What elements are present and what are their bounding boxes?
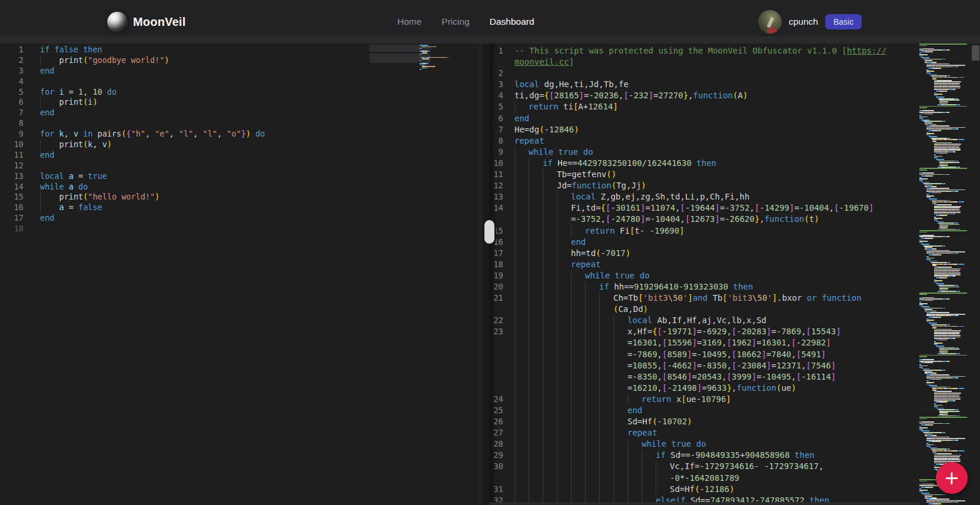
code-line[interactable]: 3local dg,He,ti,Jd,Tb,fe	[490, 79, 980, 90]
code-line[interactable]: moonveil.cc]	[490, 57, 980, 68]
line-number	[490, 57, 503, 68]
add-script-button[interactable]: +	[936, 462, 968, 494]
code-line[interactable]: =-8350,[8546]=20543,[3999]=-10495,[-1611…	[490, 371, 980, 383]
code-line-text: Sd=Hf(-12186)	[503, 484, 735, 495]
token	[78, 129, 83, 138]
code-line[interactable]: (Ca,Dd)	[490, 304, 980, 315]
nav-link-dashboard[interactable]: Dashboard	[490, 16, 534, 27]
code-line[interactable]: 1if false then	[0, 45, 478, 55]
code-line[interactable]: 17end	[0, 213, 478, 224]
code-line-text: end	[24, 150, 54, 161]
code-line[interactable]: =16210,[-21498]=9633},function(ue)	[490, 383, 980, 394]
code-line[interactable]: 25end	[490, 405, 980, 416]
minimap-line	[420, 65, 462, 66]
code-line[interactable]: 9for k, v in pairs({"h", "e", "l", "l", …	[0, 129, 478, 139]
code-line[interactable]: 2	[490, 68, 980, 79]
brand[interactable]: MoonVeil	[107, 0, 185, 44]
token: 3169	[702, 338, 722, 347]
token: =	[645, 203, 650, 212]
code-line[interactable]: 13local Z,gb,ej,zg,Sh,td,Li,p,Ch,Fi,hh	[490, 191, 980, 202]
minimap-line	[919, 67, 971, 68]
code-line[interactable]: 12Jd=function(Tg,Jj)	[490, 180, 980, 191]
code-line[interactable]: 7end	[0, 108, 478, 118]
code-line[interactable]: =-7869,[8589]=-10495,[18662]=7840,[5491]	[490, 349, 980, 360]
code-line[interactable]: 28while true do	[490, 438, 980, 450]
code-line[interactable]: 16a = false	[0, 202, 478, 213]
code-line[interactable]: 9while true do	[490, 147, 980, 158]
pane-divider[interactable]	[478, 44, 490, 505]
token: Ca,Dd	[618, 304, 643, 314]
code-line[interactable]: 20if hh==919296410-919323030 then	[490, 281, 980, 293]
code-line[interactable]: 15print("hello world!")	[0, 192, 478, 202]
code-line[interactable]: 23x,Hf={[-19771]=-6929,[-20283]=-7869,[1…	[490, 326, 980, 337]
code-line[interactable]: 11Tb=getfenv()	[490, 169, 980, 180]
indent-guide	[642, 450, 656, 461]
code-line[interactable]: =-3752,[-24780]=-10404,[12673]=-26620},f…	[490, 214, 980, 225]
split-drag-handle-icon[interactable]	[484, 220, 494, 244]
code-line[interactable]: 10print(k, v)	[0, 139, 478, 150]
code-line[interactable]: 18	[0, 224, 478, 234]
horizontal-scrollbar[interactable]	[490, 502, 919, 505]
code-line[interactable]: 10if He==4429783250100/162441630 then	[490, 158, 980, 169]
avatar[interactable]	[758, 10, 782, 34]
source-code-area[interactable]: 1if false then2print("goodbye world!")3e…	[0, 44, 478, 234]
code-line[interactable]: 2print("goodbye world!")	[0, 55, 478, 66]
minimap-line	[919, 429, 971, 430]
indent-guide	[557, 461, 571, 472]
code-line[interactable]: 4	[0, 77, 478, 87]
obfuscated-minimap[interactable]	[919, 44, 971, 505]
code-line[interactable]: 5for i = 1, 10 do	[0, 87, 478, 98]
code-line[interactable]: 27repeat	[490, 427, 980, 438]
obfuscated-code-area[interactable]: 1-- This script was protected using the …	[490, 44, 980, 505]
token: )	[107, 139, 112, 149]
code-line[interactable]: 6print(i)	[0, 97, 478, 108]
code-line[interactable]: 15return Fi[t- -19690]	[490, 225, 980, 237]
scrollbar-thumb[interactable]	[972, 45, 979, 61]
line-number: 27	[490, 427, 503, 438]
code-line[interactable]: 6end	[490, 113, 980, 124]
code-line[interactable]: =16301,[15596]=3169,[1962]=16301,[-22982…	[490, 337, 980, 348]
source-minimap[interactable]	[420, 45, 462, 98]
indent-guide	[585, 405, 599, 416]
vertical-scrollbar[interactable]	[971, 44, 980, 505]
code-line[interactable]: 22local Ab,If,Hf,aj,Vc,lb,x,Sd	[490, 315, 980, 326]
token: ,	[819, 461, 823, 471]
token: ]	[826, 338, 830, 347]
code-line[interactable]: 14Fi,td={[-30161]=11074,[-19644]=-3752,[…	[490, 202, 980, 214]
code-line[interactable]: 12	[0, 161, 478, 171]
code-line[interactable]: 5return ti[A+12614]	[490, 101, 980, 112]
code-line[interactable]: 21Ch=Tb['bit3\50']and Tb['bit3\50'].bxor…	[490, 293, 980, 304]
code-line[interactable]: 31Sd=Hf(-12186)	[490, 484, 980, 495]
indent-guide	[599, 337, 613, 348]
code-line[interactable]: 7He=dg(-12846)	[490, 124, 980, 135]
code-line[interactable]: 8	[0, 118, 478, 129]
code-line[interactable]: 24return x[ue-10796]	[490, 394, 980, 405]
code-line[interactable]: 14while a do	[0, 182, 478, 192]
code-line[interactable]: 8repeat	[490, 135, 980, 147]
moon-logo-icon	[107, 12, 128, 32]
nav-link-home[interactable]: Home	[397, 16, 421, 27]
code-line[interactable]: 4ti,dg={[28165]=-20236,[-232]=27270},fun…	[490, 90, 980, 101]
code-line[interactable]: 30Vc,If=-1729734616- -1729734617,	[490, 461, 980, 472]
code-line[interactable]: -0*-1642081789	[490, 473, 980, 484]
obfuscated-editor[interactable]: 1-- This script was protected using the …	[490, 44, 980, 505]
code-line[interactable]: 19while true do	[490, 270, 980, 281]
code-line[interactable]: 16end	[490, 237, 980, 248]
indent-guide	[613, 405, 627, 416]
code-line[interactable]: 1-- This script was protected using the …	[490, 45, 980, 57]
token: {	[601, 203, 606, 212]
token: ]	[579, 91, 584, 100]
nav-link-pricing[interactable]: Pricing	[441, 16, 469, 27]
code-line[interactable]: 13local a = true	[0, 171, 478, 182]
code-line[interactable]: 29if Sd==-904849335+904858968 then	[490, 450, 980, 461]
code-line[interactable]: 18repeat	[490, 259, 980, 270]
code-line[interactable]: =10855,[-4662]=-8350,[-23084]=12371,[754…	[490, 360, 980, 371]
code-line[interactable]: 3end	[0, 66, 478, 77]
code-line[interactable]: 26Sd=Hf(-10702)	[490, 416, 980, 427]
code-line[interactable]: 11end	[0, 150, 478, 161]
source-editor[interactable]: 1if false then2print("goodbye world!")3e…	[0, 44, 478, 505]
user-menu[interactable]: cpunch Basic	[758, 0, 862, 44]
minimap-line	[919, 151, 971, 152]
code-line[interactable]: 17hh=td(-7017)	[490, 248, 980, 259]
minimap-line	[919, 403, 971, 404]
